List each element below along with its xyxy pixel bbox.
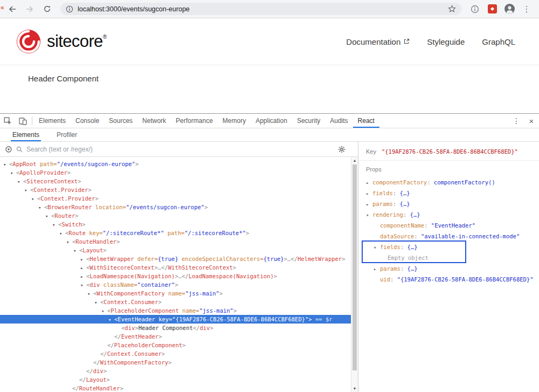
nav-link-documentation[interactable]: Documentation xyxy=(346,37,410,46)
expand-arrow-icon[interactable]: ▸ xyxy=(80,272,86,281)
bookmark-star-icon[interactable] xyxy=(448,5,456,13)
devtools-tab-react[interactable]: React xyxy=(353,114,379,128)
scrollbar[interactable]: ▲ ▼ xyxy=(351,157,358,392)
tree-row[interactable]: ▾<Layout> xyxy=(0,246,351,255)
nav-link-styleguide[interactable]: Styleguide xyxy=(427,37,465,46)
prop-row-rendering[interactable]: ▾rendering: {…} xyxy=(358,209,539,220)
extension-red-icon[interactable] xyxy=(485,2,499,16)
url-text[interactable]: localhost:3000/events/sugcon-europe xyxy=(78,5,190,13)
expand-arrow-icon[interactable]: ▾ xyxy=(80,281,86,290)
tree-row[interactable]: ▾<PlaceholderComponent name="jss-main"> xyxy=(0,306,351,315)
back-button[interactable] xyxy=(5,2,19,16)
tree-row[interactable]: </Layout> xyxy=(0,375,351,384)
expand-arrow-icon[interactable]: ▾ xyxy=(52,221,58,229)
tree-row[interactable]: ▾<Router> xyxy=(0,211,351,220)
devtools-tab-application[interactable]: Application xyxy=(251,114,292,128)
tree-row[interactable]: ▸<WithSitecoreContext>…</WithSitecoreCon… xyxy=(0,263,351,272)
expand-arrow-icon[interactable]: ▾ xyxy=(101,307,107,315)
react-subtab-elements[interactable]: Elements xyxy=(11,128,41,141)
tree-row[interactable]: ▾<AppRoot path="/events/sugcon-europe"> xyxy=(0,160,351,168)
prop-row-uid[interactable]: uid: "{19AF2876-CB26-58FA-8DE6-86B4CCBF6… xyxy=(358,274,539,285)
tree-row[interactable]: ▾<Context.Provider> xyxy=(0,194,351,203)
prop-row-componentName[interactable]: componentName: "EventHeader" xyxy=(358,220,539,231)
tree-row[interactable]: ▾<Switch> xyxy=(0,220,351,229)
tree-row[interactable]: ▾<WithComponentFactory name="jss-main"> xyxy=(0,289,351,298)
expand-arrow-icon[interactable]: ▸ xyxy=(80,264,86,272)
search-bar[interactable]: Search (text or /regex/) xyxy=(0,142,358,157)
prop-row-fields[interactable]: ▾fields: {…} xyxy=(358,242,539,252)
expand-arrow-icon[interactable]: ▾ xyxy=(31,195,37,203)
expand-arrow-icon[interactable]: ▾ xyxy=(108,315,114,324)
expand-arrow-icon[interactable]: ▾ xyxy=(94,298,100,307)
tree-row[interactable]: </PlaceholderComponent> xyxy=(0,341,351,349)
expand-arrow-icon[interactable]: ▸ xyxy=(366,177,372,188)
tree-row-selected[interactable]: ▾<EventHeader key="{19AF2876-CB26-58FA-8… xyxy=(0,315,351,324)
tree-row[interactable]: ▾<BrowserRouter location="/events/sugcon… xyxy=(0,203,351,211)
prop-empty-note[interactable]: Empty object xyxy=(358,252,539,263)
devtools-tab-elements[interactable]: Elements xyxy=(34,114,71,128)
browser-menu-button[interactable]: ⋮ xyxy=(520,2,534,16)
react-subtab-profiler[interactable]: Profiler xyxy=(55,128,79,141)
expand-arrow-icon[interactable]: ▸ xyxy=(366,188,372,199)
profile-button[interactable] xyxy=(502,2,516,16)
scrollbar-thumb[interactable] xyxy=(353,164,357,370)
expand-arrow-icon[interactable]: ▾ xyxy=(66,238,72,246)
scroll-down-button[interactable]: ▼ xyxy=(351,385,358,392)
prop-row-dataSource[interactable]: dataSource: "available-in-connected-mode… xyxy=(358,231,539,242)
tree-row[interactable]: ▸<LoadNamespace(Navigation)>…</LoadNames… xyxy=(0,272,351,280)
expand-arrow-icon[interactable]: ▾ xyxy=(45,212,51,221)
tree-row[interactable]: </div> xyxy=(0,367,351,375)
devtools-tab-security[interactable]: Security xyxy=(292,114,325,128)
search-input[interactable]: Search (text or /regex/) xyxy=(26,146,93,153)
tree-row[interactable]: ▾<ApolloProvider> xyxy=(0,168,351,177)
tree-row[interactable]: ▾<div className="container"> xyxy=(0,280,351,289)
sitecore-logo[interactable]: sitecore® xyxy=(16,29,107,54)
address-bar[interactable]: localhost:3000/events/sugcon-europe xyxy=(60,3,461,15)
expand-arrow-icon[interactable]: ▾ xyxy=(24,186,30,195)
select-component-icon[interactable] xyxy=(5,146,12,153)
expand-arrow-icon[interactable]: ▾ xyxy=(374,242,380,253)
nav-link-graphql[interactable]: GraphQL xyxy=(482,37,515,46)
tree-row[interactable]: </WithComponentFactory> xyxy=(0,358,351,367)
expand-arrow-icon[interactable]: ▾ xyxy=(3,160,9,169)
expand-arrow-icon[interactable]: ▸ xyxy=(366,199,372,210)
forward-button[interactable] xyxy=(23,2,37,16)
settings-button[interactable] xyxy=(338,146,345,153)
tree-row[interactable]: <div>Header Component</div> xyxy=(0,324,351,332)
expand-arrow-icon[interactable]: ▾ xyxy=(73,246,79,255)
devtools-close-button[interactable]: × xyxy=(524,114,539,128)
tree-row[interactable]: </RouteHandler> xyxy=(0,384,351,392)
devtools-tab-audits[interactable]: Audits xyxy=(325,114,353,128)
page-info-icon[interactable] xyxy=(66,5,73,13)
device-toolbar-button[interactable] xyxy=(15,114,30,128)
prop-row-params[interactable]: ▸params: {…} xyxy=(358,263,539,274)
reload-button[interactable] xyxy=(40,2,54,16)
expand-arrow-icon[interactable]: ▾ xyxy=(366,210,372,221)
devtools-menu-button[interactable]: ⋮ xyxy=(509,114,524,128)
tree-row[interactable]: ▸<HelmetWrapper defer={true} encodeSpeci… xyxy=(0,255,351,263)
tree-row[interactable]: ▾<Context.Consumer> xyxy=(0,298,351,306)
scroll-up-button[interactable]: ▲ xyxy=(351,157,358,164)
devtools-tab-memory[interactable]: Memory xyxy=(218,114,251,128)
devtools-tab-network[interactable]: Network xyxy=(137,114,171,128)
expand-arrow-icon[interactable]: ▾ xyxy=(38,203,44,212)
tree-row[interactable]: ▾<Route key="/:sitecoreRoute*" path="/:s… xyxy=(0,229,351,237)
tree-row[interactable]: </Context.Consumer> xyxy=(0,349,351,358)
expand-arrow-icon[interactable]: ▸ xyxy=(80,255,86,264)
inspect-element-button[interactable] xyxy=(0,114,15,128)
expand-arrow-icon[interactable]: ▾ xyxy=(10,169,16,177)
expand-arrow-icon[interactable]: ▾ xyxy=(59,229,65,238)
expand-arrow-icon[interactable]: ▸ xyxy=(374,264,380,274)
devtools-tab-sources[interactable]: Sources xyxy=(104,114,137,128)
tree-row[interactable]: </EventHeader> xyxy=(0,332,351,341)
expand-arrow-icon[interactable]: ▾ xyxy=(87,290,93,298)
prop-row-componentFactory[interactable]: ▸componentFactory: componentFactory() xyxy=(358,177,539,188)
prop-row-params[interactable]: ▸params: {…} xyxy=(358,198,539,209)
devtools-tab-console[interactable]: Console xyxy=(71,114,104,128)
devtools-tab-performance[interactable]: Performance xyxy=(171,114,218,128)
tree-row[interactable]: ▾<SitecoreContext> xyxy=(0,177,351,185)
extension-grey-icon[interactable] xyxy=(468,2,482,16)
expand-arrow-icon[interactable]: ▾ xyxy=(17,177,23,186)
prop-row-fields[interactable]: ▸fields: {…} xyxy=(358,188,539,198)
tree-row[interactable]: ▾<RouteHandler> xyxy=(0,237,351,246)
